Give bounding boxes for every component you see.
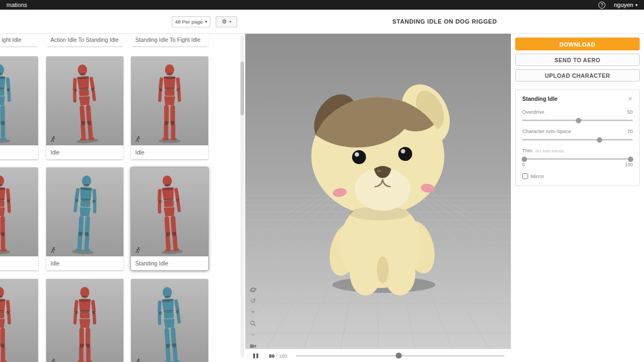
frame-current: 89 (269, 353, 275, 359)
animation-card[interactable]: Idle (46, 56, 123, 159)
animation-thumbnail (0, 167, 38, 256)
animations-grid-panel: ight Idle Action Idle To Standing Idle S… (0, 34, 245, 362)
animation-card[interactable]: Action Idle To Standing Idle (46, 34, 123, 46)
frame-divider: / (276, 353, 277, 359)
animation-card-label: Idle (0, 256, 38, 270)
animation-run-icon (49, 358, 56, 362)
per-page-value: 48 Per page (175, 19, 203, 25)
timeline-handle[interactable] (396, 353, 402, 359)
trim-min-label: 0 (522, 162, 525, 167)
character-figure (61, 173, 109, 256)
toolbar-strip: 48 Per page ▾ ⚙ ▾ STANDING IDLE ON DOG R… (0, 10, 644, 34)
mirror-checkbox[interactable] (522, 173, 528, 179)
animation-thumbnail (0, 56, 38, 145)
mixamo-app: mations ? nguyen ▾ 48 Per page ▾ ⚙ ▾ STA… (0, 0, 644, 362)
animation-run-icon (134, 136, 141, 143)
animation-thumbnail (0, 279, 38, 362)
arm-space-slider[interactable] (522, 139, 633, 141)
overdrive-label: Overdrive (522, 109, 544, 115)
animation-card-label: ight Idle (0, 34, 38, 46)
upload-character-button[interactable]: UPLOAD CHARACTER (515, 69, 640, 82)
arm-space-slider-row: Character Arm-Space 70 (522, 128, 633, 141)
animation-thumbnail (46, 279, 123, 362)
animation-card[interactable]: Standing Idle To Fight Idle (131, 34, 208, 46)
character-figure (0, 174, 21, 255)
animation-card[interactable]: Idle (46, 167, 123, 270)
zoom-in-icon[interactable]: + (249, 308, 257, 316)
animation-run-icon (49, 136, 56, 143)
viewport-toolbar: ↺ + − (249, 286, 257, 349)
chevron-down-icon: ▾ (229, 19, 231, 24)
trim-end-handle[interactable] (628, 157, 633, 162)
arm-space-label: Character Arm-Space (522, 128, 571, 134)
send-to-aero-button[interactable]: SEND TO AERO (515, 54, 640, 66)
animation-card-label: Idle (46, 145, 123, 159)
animations-toolbar: 48 Per page ▾ ⚙ ▾ (0, 10, 245, 33)
user-menu[interactable]: nguyen ▾ (614, 2, 638, 8)
trim-slider-row: Trim 181 total frames 0 100 (522, 147, 633, 167)
settings-panel-title: Standing Idle (522, 95, 558, 102)
overdrive-slider-row: Overdrive 50 (522, 109, 633, 121)
character-figure (60, 61, 109, 145)
control-panel: DOWNLOAD SEND TO AERO UPLOAD CHARACTER S… (511, 34, 644, 362)
animation-card-label: Standing Idle (131, 256, 208, 270)
brand-logo[interactable]: mations (6, 2, 27, 8)
frame-total: 180 (279, 353, 288, 359)
animation-card-label: Idle (0, 145, 38, 159)
animation-thumbnail (46, 56, 123, 145)
help-icon[interactable]: ? (598, 2, 605, 9)
animation-card[interactable] (46, 279, 123, 362)
topbar-right: ? nguyen ▾ (598, 2, 638, 9)
animation-run-icon (49, 247, 56, 254)
playback-bar: 89 / 180 (245, 349, 511, 362)
character-figure (63, 285, 107, 362)
timeline-slider[interactable] (296, 355, 504, 357)
overdrive-slider-handle[interactable] (576, 118, 581, 123)
animation-card-label: Standing Idle To Fight Idle (131, 34, 208, 46)
reset-camera-icon[interactable]: ↺ (249, 297, 257, 305)
trim-range-slider[interactable] (522, 158, 633, 160)
trim-total-frames: 181 total frames (535, 149, 564, 153)
viewport-canvas[interactable]: ↺ + − (245, 34, 511, 349)
animation-card[interactable]: Idle (131, 56, 208, 159)
frame-counter: 89 / 180 (269, 353, 287, 359)
trim-start-handle[interactable] (522, 157, 527, 162)
arm-space-slider-handle[interactable] (597, 137, 602, 143)
close-icon[interactable]: ✕ (628, 96, 633, 102)
animation-card[interactable]: Idle (0, 167, 38, 270)
magnifier-icon[interactable] (249, 320, 257, 328)
character-figure (0, 285, 21, 362)
animation-card[interactable]: Idle (0, 56, 38, 159)
settings-dropdown-button[interactable]: ⚙ ▾ (216, 16, 237, 27)
page-title: STANDING IDLE ON DOG RIGGED (245, 10, 644, 33)
3d-scene (245, 34, 511, 349)
character-figure (0, 63, 21, 144)
animation-thumbnail (131, 56, 208, 145)
per-page-select[interactable]: 48 Per page ▾ (172, 16, 210, 27)
character-figure (145, 284, 194, 362)
animation-card[interactable]: Standing Idle (131, 167, 208, 270)
animation-card[interactable] (0, 279, 38, 362)
character-figure (145, 172, 194, 256)
animation-card[interactable]: ight Idle (0, 34, 38, 46)
orbit-icon[interactable] (249, 286, 257, 294)
animation-card[interactable] (131, 279, 208, 362)
animation-thumbnail (131, 167, 208, 256)
pause-button[interactable] (252, 352, 259, 360)
animation-thumbnail (46, 167, 123, 256)
user-name: nguyen (614, 2, 633, 8)
topbar: mations ? nguyen ▾ (0, 0, 644, 10)
animation-settings-panel: Standing Idle ✕ Overdrive 50 Character A… (515, 90, 640, 186)
overdrive-value: 50 (627, 109, 633, 115)
animation-run-icon (134, 358, 141, 362)
animation-card-label: Action Idle To Standing Idle (46, 34, 123, 46)
grid-scrollbar-thumb[interactable] (240, 62, 244, 115)
animation-thumbnail (131, 279, 208, 362)
overdrive-slider[interactable] (522, 120, 633, 121)
gear-icon: ⚙ (222, 18, 227, 25)
zoom-out-icon[interactable]: − (249, 331, 257, 339)
grid-scrollbar (240, 36, 244, 358)
animation-card-label: Idle (131, 145, 208, 159)
camera-icon[interactable] (249, 342, 257, 349)
download-button[interactable]: DOWNLOAD (515, 38, 640, 50)
